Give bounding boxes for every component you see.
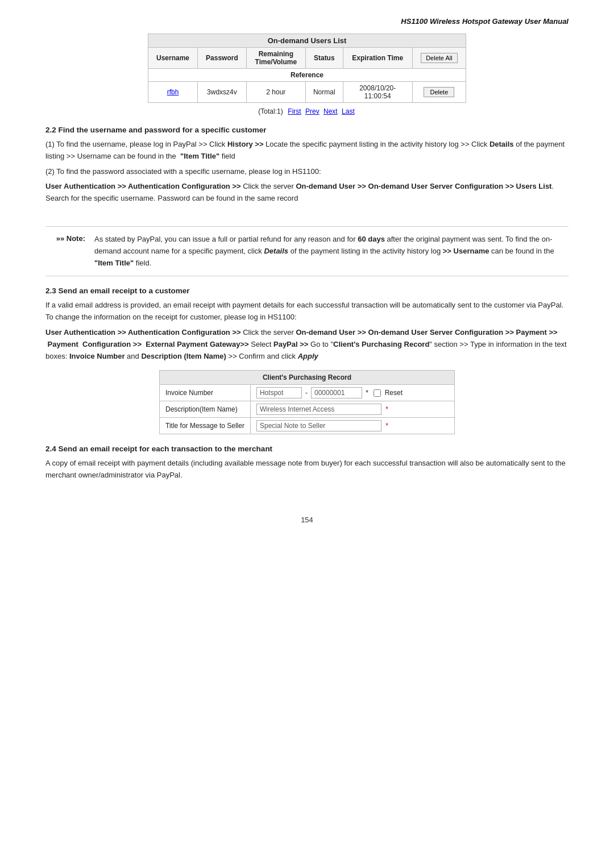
section-2-2-heading: 2.2 Find the username and password for a… bbox=[45, 126, 569, 134]
ref-label: Reference bbox=[148, 69, 466, 82]
description-label: Description(Item Name) bbox=[160, 401, 251, 418]
invoice-label: Invoice Number bbox=[160, 385, 251, 401]
required-star: * bbox=[385, 405, 388, 413]
section-2-3-para1: If a valid email address is provided, an… bbox=[45, 300, 569, 323]
users-table: On-demand Users List Username Password R… bbox=[148, 34, 466, 103]
cell-status: Normal bbox=[305, 82, 343, 103]
note-box: »» Note: As stated by PayPal, you can is… bbox=[45, 226, 569, 276]
cell-username: rfbh bbox=[148, 82, 198, 103]
description-input[interactable] bbox=[256, 404, 381, 415]
description-value: * bbox=[250, 401, 454, 418]
invoice-prefix-input[interactable] bbox=[256, 387, 302, 398]
col-action: Delete All bbox=[412, 48, 466, 69]
table-row: Invoice Number - * Reset bbox=[160, 385, 455, 401]
col-username: Username bbox=[148, 48, 198, 69]
table-row: Title for Message to Seller * bbox=[160, 418, 455, 434]
section-2-4-heading: 2.4 Send an email receipt for each trans… bbox=[45, 445, 569, 453]
users-table-caption: On-demand Users List bbox=[148, 34, 466, 48]
section-2-3-heading: 2.3 Send an email receipt to a customer bbox=[45, 286, 569, 295]
page-number: 154 bbox=[45, 516, 569, 524]
cell-delete: Delete bbox=[412, 82, 466, 103]
pagination-next[interactable]: Next bbox=[323, 107, 338, 115]
table-row: Description(Item Name) * bbox=[160, 401, 455, 418]
users-table-container: On-demand Users List Username Password R… bbox=[45, 34, 569, 103]
section-2-4-para1: A copy of email receipt with payment det… bbox=[45, 458, 569, 481]
col-remaining: RemainingTime/Volume bbox=[246, 48, 305, 69]
purchasing-table-caption: Client's Purchasing Record bbox=[160, 371, 455, 385]
reset-checkbox[interactable] bbox=[374, 389, 381, 397]
table-row: rfbh 3wdxsz4v 2 hour Normal 2008/10/20-1… bbox=[148, 82, 466, 103]
delete-all-button[interactable]: Delete All bbox=[421, 53, 457, 63]
section-2-3-para2: User Authentication >> Authentication Co… bbox=[45, 327, 569, 362]
cell-password: 3wdxsz4v bbox=[198, 82, 247, 103]
title-label: Title for Message to Seller bbox=[160, 418, 251, 434]
invoice-number-input[interactable] bbox=[311, 387, 362, 398]
pagination-last[interactable]: Last bbox=[342, 107, 355, 115]
title-input[interactable] bbox=[256, 420, 381, 431]
col-status: Status bbox=[305, 48, 343, 69]
reset-label: Reset bbox=[383, 389, 403, 397]
cell-remaining: 2 hour bbox=[246, 82, 305, 103]
pagination-first[interactable]: First bbox=[288, 107, 301, 115]
purchasing-table: Client's Purchasing Record Invoice Numbe… bbox=[159, 370, 455, 434]
title-value: * bbox=[250, 418, 454, 434]
note-label: »» Note: bbox=[45, 234, 85, 243]
note-content: As stated by PayPal, you can issue a ful… bbox=[94, 234, 569, 269]
cell-expiration: 2008/10/20-11:00:54 bbox=[343, 82, 412, 103]
section-2-2-para3: User Authentication >> Authentication Co… bbox=[45, 181, 569, 205]
invoice-value: - * Reset bbox=[250, 385, 454, 401]
col-password: Password bbox=[198, 48, 247, 69]
page-header: HS1100 Wireless Hotspot Gateway User Man… bbox=[45, 17, 569, 26]
purchasing-table-container: Client's Purchasing Record Invoice Numbe… bbox=[45, 370, 569, 434]
col-expiration: Expiration Time bbox=[343, 48, 412, 69]
delete-button[interactable]: Delete bbox=[424, 87, 454, 97]
pagination: (Total:1) First Prev Next Last bbox=[45, 107, 569, 115]
pagination-prev[interactable]: Prev bbox=[305, 107, 320, 115]
section-2-2-para2: (2) To find the password associated with… bbox=[45, 166, 569, 178]
section-2-2-para1: (1) To find the username, please log in … bbox=[45, 139, 569, 163]
required-star-2: * bbox=[385, 422, 388, 430]
